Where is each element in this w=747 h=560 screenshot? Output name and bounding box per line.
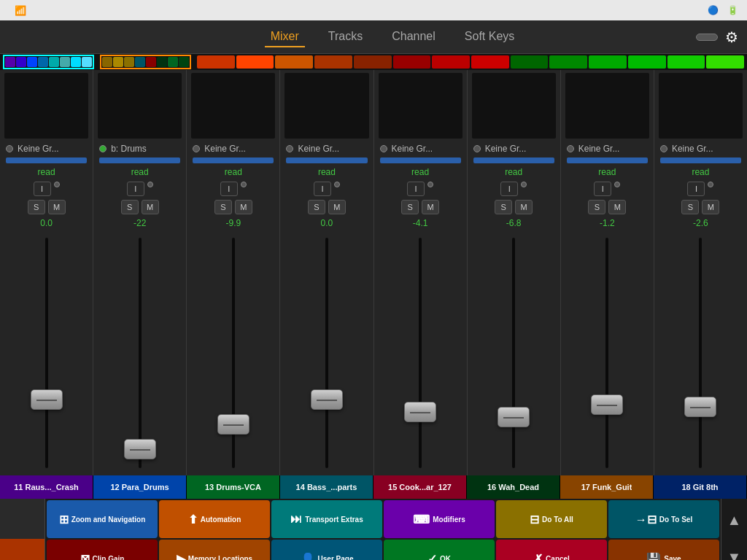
input-button-14[interactable]: I: [314, 182, 331, 196]
swatch-g1-1[interactable]: [16, 57, 26, 67]
swatch-g1-4[interactable]: [49, 57, 59, 67]
track-name-15[interactable]: 15 Cook...ar_127: [374, 475, 467, 499]
tab-mixer[interactable]: Mixer: [265, 27, 305, 47]
fader-knob-14[interactable]: [311, 389, 343, 410]
input-button-17[interactable]: I: [594, 182, 611, 196]
input-button-15[interactable]: I: [407, 182, 425, 196]
mute-button-11[interactable]: M: [48, 200, 66, 214]
fn-btn-cancel[interactable]: ✗Cancel: [496, 540, 607, 560]
fader-area-13[interactable]: [187, 230, 279, 475]
swatch-r-11[interactable]: [628, 55, 666, 69]
input-button-11[interactable]: I: [34, 182, 51, 196]
fn-btn-memory-locations[interactable]: ▶Memory Locations: [159, 540, 270, 560]
input-button-16[interactable]: I: [500, 182, 518, 196]
gear-icon[interactable]: ⚙: [725, 28, 738, 46]
fn-btn-zoom-and-navigation[interactable]: ⊞Zoom and Navigation: [47, 500, 158, 538]
solo-button-11[interactable]: S: [28, 200, 45, 214]
fader-knob-15[interactable]: [404, 402, 436, 422]
fn-btn-clip-gain[interactable]: ⊠Clip Gain: [47, 540, 158, 560]
fader-knob-12[interactable]: [124, 439, 156, 459]
automation-label-16[interactable]: read: [468, 165, 560, 179]
swatch-g2-3[interactable]: [135, 57, 145, 67]
tab-tracks[interactable]: Tracks: [322, 27, 368, 47]
swatch-g2-6[interactable]: [168, 57, 178, 67]
swatch-g2-2[interactable]: [124, 57, 134, 67]
swatch-r-9[interactable]: [549, 55, 587, 69]
mute-button-15[interactable]: M: [422, 200, 439, 214]
automation-label-18[interactable]: read: [654, 165, 747, 179]
swatch-g1-3[interactable]: [38, 57, 48, 67]
swatch-g2-4[interactable]: [146, 57, 156, 67]
track-name-18[interactable]: 18 Git 8th: [654, 475, 747, 499]
fader-area-11[interactable]: [0, 230, 93, 475]
swatch-g1-0[interactable]: [5, 57, 15, 67]
layout-button[interactable]: [696, 34, 718, 41]
fader-knob-11[interactable]: [31, 389, 63, 410]
fn-btn-do-to-all[interactable]: ⊟Do To All: [496, 500, 607, 538]
swatch-r-1[interactable]: [236, 55, 274, 69]
solo-button-13[interactable]: S: [214, 200, 232, 214]
automation-label-15[interactable]: read: [374, 165, 467, 179]
swatch-r-13[interactable]: [706, 55, 744, 69]
fn-btn-do-to-sel[interactable]: →⊟Do To Sel: [608, 500, 719, 538]
swatch-r-10[interactable]: [589, 55, 627, 69]
input-button-13[interactable]: I: [220, 182, 238, 196]
fn-btn-modifiers[interactable]: ⌨Modifiers: [384, 500, 495, 538]
fn-btn-user-page[interactable]: 👤User Page: [271, 540, 382, 560]
input-button-12[interactable]: I: [127, 182, 144, 196]
track-name-11[interactable]: 11 Raus..._Crash: [0, 475, 93, 499]
swatch-r-0[interactable]: [197, 55, 235, 69]
tab-soft-keys[interactable]: Soft Keys: [459, 27, 520, 47]
swatch-g1-2[interactable]: [27, 57, 37, 67]
solo-button-15[interactable]: S: [401, 200, 419, 214]
solo-button-17[interactable]: S: [588, 200, 605, 214]
track-name-13[interactable]: 13 Drums-VCA: [187, 475, 280, 499]
fader-area-12[interactable]: [93, 230, 186, 475]
mute-button-16[interactable]: M: [515, 200, 533, 214]
swatch-g2-7[interactable]: [179, 57, 189, 67]
input-button-18[interactable]: I: [687, 182, 705, 196]
swatch-r-4[interactable]: [354, 55, 392, 69]
solo-button-12[interactable]: S: [121, 200, 139, 214]
mute-button-13[interactable]: M: [235, 200, 252, 214]
solo-button-18[interactable]: S: [681, 200, 699, 214]
fader-knob-18[interactable]: [684, 397, 716, 417]
swatch-r-5[interactable]: [393, 55, 431, 69]
swatch-r-8[interactable]: [511, 55, 549, 69]
fader-area-14[interactable]: [280, 230, 373, 475]
fader-area-18[interactable]: [654, 230, 747, 475]
fader-knob-13[interactable]: [217, 414, 249, 435]
fader-area-17[interactable]: [561, 230, 654, 475]
swatch-r-7[interactable]: [471, 55, 509, 69]
swatch-g1-7[interactable]: [82, 57, 92, 67]
automation-label-11[interactable]: read: [0, 165, 93, 179]
swatch-g2-0[interactable]: [102, 57, 112, 67]
fn-btn-automation[interactable]: ⬆Automation: [159, 500, 270, 538]
automation-label-17[interactable]: read: [561, 165, 654, 179]
mute-button-12[interactable]: M: [142, 200, 159, 214]
swatch-g2-5[interactable]: [157, 57, 167, 67]
scroll-down-button[interactable]: ▼: [727, 549, 742, 560]
track-name-16[interactable]: 16 Wah_Dead: [467, 475, 560, 499]
soft-keys-label[interactable]: [0, 539, 44, 560]
track-name-12[interactable]: 12 Para_Drums: [93, 475, 187, 499]
swatch-g1-6[interactable]: [71, 57, 81, 67]
solo-button-14[interactable]: S: [308, 200, 325, 214]
scroll-up-button[interactable]: ▲: [727, 512, 742, 529]
tab-channel[interactable]: Channel: [386, 27, 441, 47]
mute-button-18[interactable]: M: [702, 200, 719, 214]
swatch-g1-5[interactable]: [60, 57, 70, 67]
swatch-r-12[interactable]: [667, 55, 705, 69]
automation-label-12[interactable]: read: [93, 165, 186, 179]
fader-area-16[interactable]: [468, 230, 560, 475]
fn-btn-ok[interactable]: ✓OK: [384, 540, 495, 560]
automation-label-13[interactable]: read: [187, 165, 279, 179]
swatch-g2-1[interactable]: [113, 57, 123, 67]
swatch-r-6[interactable]: [432, 55, 470, 69]
mute-button-14[interactable]: M: [328, 200, 346, 214]
swatch-r-3[interactable]: [314, 55, 352, 69]
automation-label-14[interactable]: read: [280, 165, 373, 179]
solo-button-16[interactable]: S: [495, 200, 512, 214]
swatch-r-2[interactable]: [275, 55, 313, 69]
fn-btn-transport-extras[interactable]: ⏭Transport Extras: [271, 500, 382, 538]
